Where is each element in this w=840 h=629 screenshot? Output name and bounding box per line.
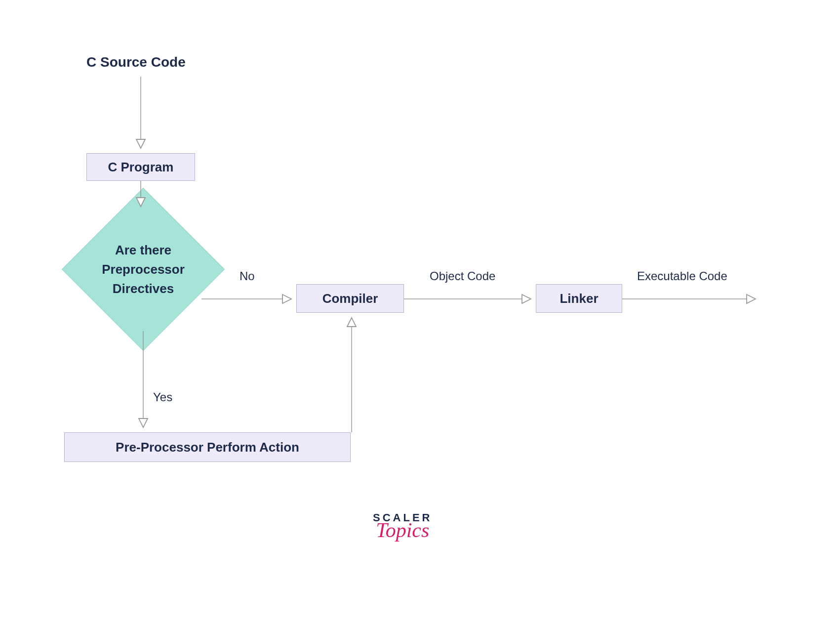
logo-topics-text: Topics	[373, 518, 432, 542]
flowchart-diagram: C Source Code C Program Are there Prepro…	[0, 0, 840, 629]
logo-scaler-topics: SCALER Topics	[373, 511, 432, 542]
